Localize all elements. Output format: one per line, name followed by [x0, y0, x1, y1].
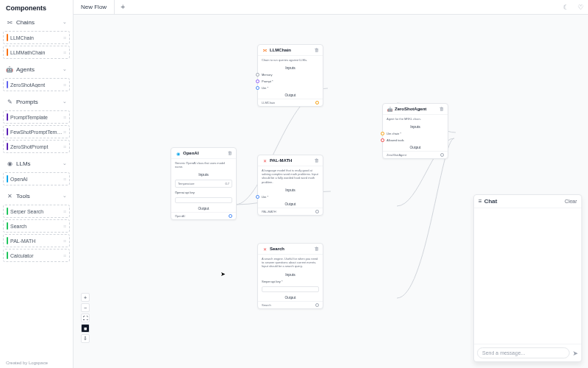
component-item[interactable]: PAL-MATH≡: [3, 234, 70, 247]
input-port[interactable]: [256, 86, 259, 90]
node-title: LLMChain: [270, 48, 312, 52]
node-footer: OpenAI: [171, 212, 236, 219]
item-label: FewShotPromptTempla...: [10, 130, 63, 135]
node-title: ZeroShotAgent: [395, 107, 437, 111]
footer-credit: Created by Logspace: [0, 358, 73, 368]
apikey-field[interactable]: [262, 286, 319, 292]
delete-node-icon[interactable]: 🗑: [315, 48, 319, 52]
output-port[interactable]: [315, 210, 319, 213]
fit-view-button[interactable]: ⛶: [81, 314, 90, 322]
section-title: LLMs: [16, 160, 60, 167]
drag-handle-icon: ≡: [63, 35, 66, 40]
inputs-label: Inputs: [258, 64, 323, 71]
chat-title: Chat: [484, 198, 498, 205]
inputs-label: Inputs: [258, 186, 323, 194]
prompt-icon: ✎: [6, 98, 13, 105]
chevron-down-icon: ⌄: [62, 99, 67, 105]
export-button[interactable]: ⇩: [81, 334, 90, 343]
output-label: Output: [258, 294, 323, 301]
input-port[interactable]: [256, 195, 259, 199]
node-footer: PAL-MATH: [258, 208, 323, 215]
component-item[interactable]: Search≡: [3, 219, 70, 233]
chat-input[interactable]: Send a message...: [477, 347, 570, 358]
output-port[interactable]: [315, 101, 319, 105]
apikey-field[interactable]: [175, 197, 232, 203]
theme-toggle-icon[interactable]: ☾: [559, 4, 573, 11]
component-item[interactable]: LLMMathChain≡: [3, 46, 70, 59]
section-title: Chains: [16, 19, 60, 26]
zoom-out-button[interactable]: −: [81, 303, 90, 312]
node-footer: Search: [258, 301, 323, 308]
drag-handle-icon: ≡: [63, 50, 66, 55]
drag-handle-icon: ≡: [63, 144, 66, 149]
output-port[interactable]: [440, 153, 444, 157]
node-search[interactable]: ✕ Search 🗑 A search engine. Useful for w…: [257, 243, 323, 309]
component-item[interactable]: Calculator≡: [3, 249, 70, 262]
node-openai[interactable]: ◉ OpenAI 🗑 Generic OpenAI class that use…: [171, 147, 237, 220]
component-item[interactable]: LLMChain≡: [3, 31, 70, 44]
add-tab-button[interactable]: +: [115, 3, 131, 11]
node-llmchain[interactable]: ⫘ LLMChain 🗑 Chain to run queries agains…: [257, 44, 323, 107]
lock-button[interactable]: ■: [81, 324, 90, 333]
menu-icon[interactable]: ≡: [478, 198, 482, 205]
item-label: Search: [10, 224, 63, 229]
node-desc: A language model that is really good at …: [258, 166, 323, 186]
delete-node-icon[interactable]: 🗑: [315, 247, 319, 251]
item-label: LLMMathChain: [10, 50, 63, 55]
node-desc: Generic OpenAI class that uses model nam…: [171, 159, 236, 171]
component-item[interactable]: PromptTemplate≡: [3, 110, 70, 124]
notifications-icon[interactable]: ♡: [573, 4, 588, 11]
node-desc: Chain to run queries against LLMs.: [258, 56, 323, 64]
item-label: PromptTemplate: [10, 115, 63, 120]
delete-node-icon[interactable]: 🗑: [440, 107, 444, 111]
prompt-row: Prompt *: [258, 78, 323, 85]
drag-handle-icon: ≡: [63, 209, 66, 214]
node-footer: ZeroShotAgent: [383, 151, 448, 158]
chat-messages: [474, 208, 581, 344]
inputs-label: Inputs: [171, 171, 236, 178]
item-label: Calculator: [10, 253, 63, 258]
llmchain-row: Llm chain *: [383, 130, 448, 137]
link-icon: ⫘: [6, 18, 13, 26]
component-item[interactable]: FewShotPromptTempla...≡: [3, 125, 70, 138]
input-port[interactable]: [381, 132, 384, 135]
llm-row: Llm *: [258, 194, 323, 200]
section-title: Prompts: [16, 99, 60, 105]
sidebar: Components ⫘Chains⌄LLMChain≡LLMMathChain…: [0, 0, 74, 368]
component-item[interactable]: ZeroShotAgent≡: [3, 78, 70, 91]
temperature-field[interactable]: Temperature 0.7: [175, 180, 232, 188]
item-label: Serper Search: [10, 209, 63, 214]
section-prompts[interactable]: ✎Prompts⌄: [3, 96, 70, 107]
component-item[interactable]: ZeroShotPrompt≡: [3, 140, 70, 153]
mouse-cursor: ➤: [220, 271, 226, 277]
section-agents[interactable]: 🤖Agents⌄: [3, 63, 70, 75]
wrench-icon: ✕: [262, 246, 268, 252]
input-port[interactable]: [256, 73, 259, 77]
tab-new-flow[interactable]: New Flow: [74, 0, 115, 14]
clear-chat-button[interactable]: Clear: [564, 199, 577, 204]
item-label: ZeroShotPrompt: [10, 144, 63, 149]
delete-node-icon[interactable]: 🗑: [228, 151, 232, 155]
link-icon: ⫘: [262, 47, 268, 53]
component-item[interactable]: OpenAI≡: [3, 172, 70, 185]
input-port[interactable]: [381, 138, 384, 142]
input-port[interactable]: [256, 79, 259, 83]
node-desc: A search engine. Useful for when you nee…: [258, 255, 323, 271]
component-item[interactable]: Serper Search≡: [3, 205, 70, 218]
section-llms[interactable]: ◉LLMs⌄: [3, 158, 70, 169]
node-zeroshotagent[interactable]: 🤖 ZeroShotAgent 🗑 Agent for the MRKL cha…: [382, 103, 448, 159]
node-palmath[interactable]: ✕ PAL-MATH 🗑 A language model that is re…: [257, 155, 323, 216]
node-desc: Agent for the MRKL chain.: [383, 115, 448, 123]
canvas-controls: + − ⛶ ■ ⇩: [81, 293, 90, 343]
delete-node-icon[interactable]: 🗑: [315, 158, 319, 163]
zoom-in-button[interactable]: +: [81, 293, 90, 302]
inputs-label: Inputs: [258, 271, 323, 278]
drag-handle-icon: ≡: [63, 82, 66, 88]
item-label: OpenAI: [10, 177, 63, 182]
output-port[interactable]: [229, 214, 232, 218]
send-icon[interactable]: ➤: [573, 350, 578, 357]
components-title: Components: [0, 0, 73, 16]
section-tools[interactable]: ✕Tools⌄: [3, 190, 70, 202]
section-chains[interactable]: ⫘Chains⌄: [3, 16, 70, 28]
output-port[interactable]: [315, 303, 319, 307]
